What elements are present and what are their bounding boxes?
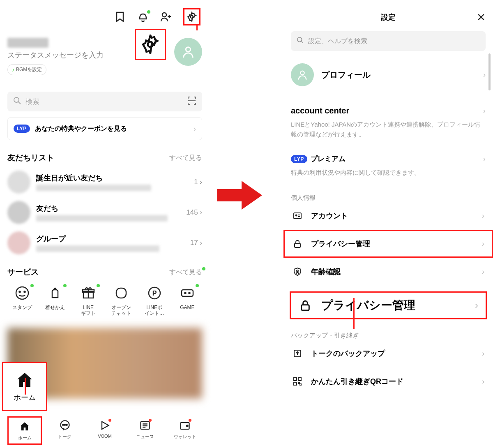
friend-avatar	[7, 231, 30, 254]
search-placeholder: 設定、ヘルプを検索	[308, 37, 367, 46]
nav-news[interactable]: ニュース	[128, 416, 162, 445]
account-center-row[interactable]: account center ›	[291, 99, 486, 117]
friends-title: 友だちリスト	[7, 152, 54, 163]
svg-rect-34	[298, 382, 299, 383]
nav-voom[interactable]: VOOM	[88, 416, 122, 445]
nav-home[interactable]: ホーム	[7, 416, 42, 445]
home-icon	[18, 420, 31, 433]
add-friend-icon[interactable]	[160, 11, 172, 23]
service-label: LINE ギフト	[81, 305, 96, 316]
svg-point-17	[62, 425, 63, 425]
red-arrow-icon	[217, 181, 262, 211]
lock-icon	[292, 238, 303, 249]
svg-point-23	[297, 37, 302, 42]
nav-label: VOOM	[98, 434, 112, 439]
chat-icon	[58, 419, 71, 432]
scan-icon[interactable]	[187, 96, 196, 107]
settings-search[interactable]: 設定、ヘルプを検索	[291, 31, 486, 51]
svg-rect-27	[295, 243, 300, 247]
service-openchat[interactable]: オープン チャット	[106, 285, 136, 316]
profile-avatar-icon	[291, 63, 314, 86]
service-game[interactable]: GAME	[173, 285, 202, 316]
settings-age-row[interactable]: 年齢確認 ›	[291, 258, 486, 286]
profile-avatar[interactable]	[174, 38, 202, 66]
row-label: かんたん引き継ぎQRコード	[311, 376, 474, 386]
gear-icon-highlighted[interactable]	[183, 8, 200, 25]
bell-icon[interactable]	[137, 11, 149, 23]
search-icon	[297, 37, 304, 46]
annotation-line	[353, 298, 355, 329]
qr-icon	[292, 376, 303, 387]
service-theme[interactable]: 着せかえ	[40, 285, 70, 316]
privacy-callout: プライバシー管理 ›	[290, 291, 487, 319]
settings-qr-row[interactable]: かんたん引き継ぎQRコード ›	[291, 367, 486, 390]
settings-header: 設定 ✕	[283, 8, 493, 26]
status-message[interactable]: ステータスメッセージを入力	[7, 50, 104, 60]
settings-profile-row[interactable]: プロフィール ›	[283, 51, 493, 99]
chevron-right-icon: ›	[482, 240, 484, 248]
friend-sub-blurred	[36, 215, 168, 222]
nav-talk[interactable]: トーク	[48, 416, 82, 445]
close-icon[interactable]: ✕	[477, 11, 486, 24]
account-center-desc: LINEとYahoo! JAPANのアカウント連携や連携解除、プロフィール情報の…	[291, 120, 486, 139]
bottom-nav: ホーム トーク VOOM ニュース ウォレット	[7, 416, 202, 445]
nav-label: ニュース	[136, 434, 154, 440]
svg-point-5	[16, 287, 28, 299]
service-label: スタンプ	[12, 305, 32, 310]
lyp-badge: LYP	[291, 155, 307, 163]
privacy-callout-label: プライバシー管理	[321, 298, 466, 313]
svg-rect-10	[116, 288, 126, 298]
friend-item-friends[interactable]: 友だち 145 ›	[7, 201, 202, 224]
news-icon	[138, 419, 152, 432]
lyp-premium-row[interactable]: LYP プレミアム ›	[291, 139, 486, 165]
friend-item-groups[interactable]: グループ 17 ›	[7, 231, 202, 254]
row-label: 年齢確認	[311, 267, 474, 277]
shield-icon	[292, 266, 303, 277]
service-label: 着せかえ	[45, 305, 65, 310]
svg-text:P: P	[152, 290, 157, 297]
friend-sub-blurred	[36, 185, 151, 191]
premium-desc: 特典の利用状況や内容に関して確認できます。	[291, 168, 486, 178]
row-label: アカウント	[311, 211, 474, 221]
friend-name: 誕生日が近い友だち	[36, 173, 188, 183]
dot-icon	[202, 267, 205, 270]
chevron-right-icon: ›	[483, 71, 486, 79]
service-gift[interactable]: LINE ギフト	[74, 285, 103, 316]
id-card-icon	[292, 210, 303, 221]
service-label: LINEポ イント…	[145, 305, 164, 316]
chevron-right-icon: ›	[483, 154, 486, 164]
lyp-card[interactable]: LYP あなたの特典やクーポンを見る ›	[7, 117, 202, 140]
svg-point-14	[184, 293, 186, 294]
chevron-right-icon: ›	[483, 106, 486, 115]
lyp-text: あなたの特典やクーポンを見る	[35, 125, 189, 133]
friend-item-birthday[interactable]: 誕生日が近い友だち 1 ›	[7, 171, 202, 194]
friend-name: グループ	[36, 234, 184, 244]
service-label: オープン チャット	[111, 305, 131, 316]
settings-title: 設定	[381, 12, 396, 22]
annotation-line	[25, 378, 26, 395]
bookmark-icon[interactable]	[114, 11, 126, 23]
service-stamp[interactable]: スタンプ	[7, 285, 37, 316]
settings-account-row[interactable]: アカウント ›	[291, 202, 486, 230]
search-bar[interactable]: 検索	[7, 92, 202, 111]
search-placeholder: 検索	[25, 97, 183, 106]
settings-privacy-row-highlighted[interactable]: プライバシー管理 ›	[283, 230, 493, 258]
scrollbar[interactable]	[488, 53, 491, 90]
notification-dot	[189, 419, 191, 422]
lock-icon	[298, 298, 312, 312]
service-points[interactable]: P LINEポ イント…	[140, 285, 169, 316]
username-blurred	[7, 38, 48, 48]
profile-label: プロフィール	[321, 69, 476, 81]
friend-count: 1 ›	[194, 178, 202, 186]
annotation-line	[196, 25, 198, 30]
nav-wallet[interactable]: ウォレット	[168, 416, 202, 445]
chevron-right-icon: ›	[194, 125, 196, 133]
nav-label: ウォレット	[174, 434, 196, 440]
svg-point-19	[66, 425, 67, 425]
account-center-title: account center	[291, 106, 483, 115]
see-all-link[interactable]: すべて見る	[169, 154, 202, 162]
svg-point-4	[14, 97, 19, 102]
see-all-link[interactable]: すべて見る	[169, 268, 202, 277]
bgm-button[interactable]: ♪ BGMを設定	[7, 64, 46, 75]
settings-backup-row[interactable]: トークのバックアップ ›	[291, 339, 486, 367]
